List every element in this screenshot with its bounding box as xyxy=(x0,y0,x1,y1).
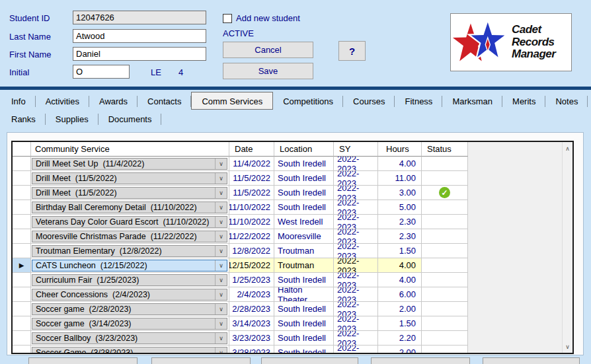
row-selector-cell[interactable] xyxy=(13,229,31,244)
grid-header-status[interactable]: Status xyxy=(422,142,468,157)
status-cell[interactable] xyxy=(422,273,468,287)
sy-cell[interactable]: 2022-2023 xyxy=(334,287,378,302)
bottom-button-3[interactable] xyxy=(261,357,358,364)
tab-courses[interactable]: Courses xyxy=(343,93,395,110)
location-cell[interactable]: South Iredell xyxy=(274,316,334,331)
tab-documents[interactable]: Documents xyxy=(98,111,162,127)
date-cell[interactable]: 11/10/2022 xyxy=(229,200,274,215)
tab-awards[interactable]: Awards xyxy=(89,93,138,110)
chevron-down-icon[interactable]: ∨ xyxy=(215,173,227,184)
date-cell[interactable]: 3/23/2023 xyxy=(229,331,274,346)
sy-cell[interactable]: 2022-2023 xyxy=(334,331,378,346)
service-combo-box[interactable]: Mooresville Christmas Parade (11/22/2022… xyxy=(32,231,227,242)
hours-cell[interactable]: 2.30 xyxy=(378,229,422,244)
status-cell[interactable] xyxy=(422,229,468,244)
hours-cell[interactable]: 2.00 xyxy=(378,346,422,354)
tab-info[interactable]: Info xyxy=(1,93,36,110)
service-combo-box[interactable]: Drill Meet Set Up (11/4/2022)∨ xyxy=(32,158,227,170)
tab-marksman[interactable]: Marksman xyxy=(442,93,502,110)
date-cell[interactable]: 1/25/2023 xyxy=(229,273,274,287)
table-row[interactable]: Cheer Concessions (2/4/2023)∨2/4/2023Hal… xyxy=(13,287,468,302)
status-cell[interactable] xyxy=(422,258,468,273)
hours-cell[interactable]: 4.00 xyxy=(378,157,422,171)
chevron-down-icon[interactable]: ∨ xyxy=(215,260,227,271)
chevron-down-icon[interactable]: ∨ xyxy=(215,217,227,227)
hours-cell[interactable]: 2.30 xyxy=(378,215,422,229)
last-name-field[interactable]: Atwood xyxy=(73,29,206,43)
row-selector-cell[interactable] xyxy=(13,346,31,354)
hours-cell[interactable]: 4.00 xyxy=(378,273,422,287)
tab-merits[interactable]: Merits xyxy=(502,93,545,110)
save-button[interactable]: Save xyxy=(223,63,313,79)
chevron-down-icon[interactable]: ∨ xyxy=(215,289,227,300)
table-row[interactable]: Soccer Game (3/28/2023)∨3/28/2023South I… xyxy=(13,346,468,354)
tab-supplies[interactable]: Supplies xyxy=(46,111,98,127)
bottom-button-4[interactable] xyxy=(371,357,470,364)
service-combo-box[interactable]: Soccer game (3/14/2023)∨ xyxy=(32,318,227,330)
hours-cell[interactable]: 2.00 xyxy=(378,302,422,316)
grid-header-sy[interactable]: SY xyxy=(334,142,378,157)
row-selector-cell[interactable] xyxy=(13,287,31,302)
student-id-field[interactable]: 12047626 xyxy=(73,11,206,24)
sy-cell[interactable]: 2022-2023 xyxy=(334,186,378,200)
table-row[interactable]: Mooresville Christmas Parade (11/22/2022… xyxy=(13,229,468,244)
location-cell[interactable]: Troutman xyxy=(274,244,334,258)
location-cell[interactable]: Troutman xyxy=(274,258,334,273)
row-selector-cell[interactable] xyxy=(13,186,31,200)
sy-cell[interactable]: 2022-2023 xyxy=(334,200,378,215)
grid-header-community-service[interactable]: Community Service xyxy=(31,142,229,157)
status-cell[interactable]: ✓ xyxy=(422,186,468,200)
status-cell[interactable] xyxy=(422,171,468,186)
grid-header-date[interactable]: Date xyxy=(229,142,274,157)
row-selector-cell[interactable] xyxy=(13,244,31,258)
table-row[interactable]: Soccer game (2/28/2023)∨2/28/2023South I… xyxy=(13,302,468,316)
location-cell[interactable]: South Iredell xyxy=(274,302,334,316)
tab-comm-services[interactable]: Comm Services xyxy=(191,92,273,110)
row-selector-cell[interactable] xyxy=(13,273,31,287)
chevron-down-icon[interactable]: ∨ xyxy=(215,347,227,355)
status-cell[interactable] xyxy=(422,302,468,316)
bottom-button-2[interactable] xyxy=(151,357,251,364)
table-row[interactable]: Soccer Ballboy (3/23/2023)∨3/23/2023Sout… xyxy=(13,331,468,346)
service-combo-box[interactable]: Soccer Game (3/28/2023)∨ xyxy=(32,347,227,355)
row-selector-cell[interactable] xyxy=(13,331,31,346)
sy-cell[interactable]: 2022-2023 xyxy=(334,302,378,316)
date-cell[interactable]: 3/28/2023 xyxy=(229,346,274,354)
table-row[interactable]: Birthday Ball Ceremony Detail (11/10/202… xyxy=(13,200,468,215)
service-combo-box[interactable]: CATS Luncheon (12/15/2022)∨ xyxy=(32,260,227,272)
table-row[interactable]: Troutman Elementary (12/8/2022)∨12/8/202… xyxy=(13,244,468,258)
location-cell[interactable]: West Iredell xyxy=(274,215,334,229)
chevron-down-icon[interactable]: ∨ xyxy=(215,275,227,285)
row-selector-cell[interactable] xyxy=(13,171,31,186)
row-selector-cell[interactable] xyxy=(13,200,31,215)
chevron-down-icon[interactable]: ∨ xyxy=(215,246,227,256)
tab-ranks[interactable]: Ranks xyxy=(1,111,46,127)
row-selector-cell[interactable] xyxy=(13,215,31,229)
status-cell[interactable] xyxy=(422,346,468,354)
hours-cell[interactable]: 3.00 xyxy=(378,186,422,200)
tab-notes[interactable]: Notes xyxy=(545,93,588,110)
table-row[interactable]: Drill Meet (11/5/2022)∨11/5/2022South Ir… xyxy=(13,186,468,200)
tab-contacts[interactable]: Contacts xyxy=(138,93,191,110)
sy-cell[interactable]: 2022-2023 xyxy=(334,346,378,354)
table-row[interactable]: Curriculum Fair (1/25/2023)∨1/25/2023Sou… xyxy=(13,273,468,287)
hours-cell[interactable]: 11.00 xyxy=(378,171,422,186)
location-cell[interactable]: South Iredell xyxy=(274,273,334,287)
bottom-button-5[interactable] xyxy=(483,357,580,364)
date-cell[interactable]: 11/10/2022 xyxy=(229,215,274,229)
status-cell[interactable] xyxy=(422,215,468,229)
chevron-down-icon[interactable]: ∨ xyxy=(215,304,227,314)
service-combo-box[interactable]: Cheer Concessions (2/4/2023)∨ xyxy=(32,289,227,301)
sy-cell[interactable]: 2022-2023 xyxy=(334,244,378,258)
table-row[interactable]: Drill Meet Set Up (11/4/2022)∨11/4/2022S… xyxy=(13,157,468,171)
location-cell[interactable]: South Iredell xyxy=(274,186,334,200)
grid-header-hours[interactable]: Hours xyxy=(378,142,422,157)
hours-cell[interactable]: 1.50 xyxy=(378,316,422,331)
table-row[interactable]: ▶CATS Luncheon (12/15/2022)∨12/15/2022Tr… xyxy=(13,258,468,273)
tab-activities[interactable]: Activities xyxy=(36,93,89,110)
first-name-field[interactable]: Daniel xyxy=(73,47,206,61)
grid-header-location[interactable]: Location xyxy=(274,142,334,157)
service-combo-box[interactable]: Soccer Ballboy (3/23/2023)∨ xyxy=(32,332,227,344)
service-combo-box[interactable]: Troutman Elementary (12/8/2022)∨ xyxy=(32,245,227,257)
chevron-down-icon[interactable]: ∨ xyxy=(215,318,227,329)
